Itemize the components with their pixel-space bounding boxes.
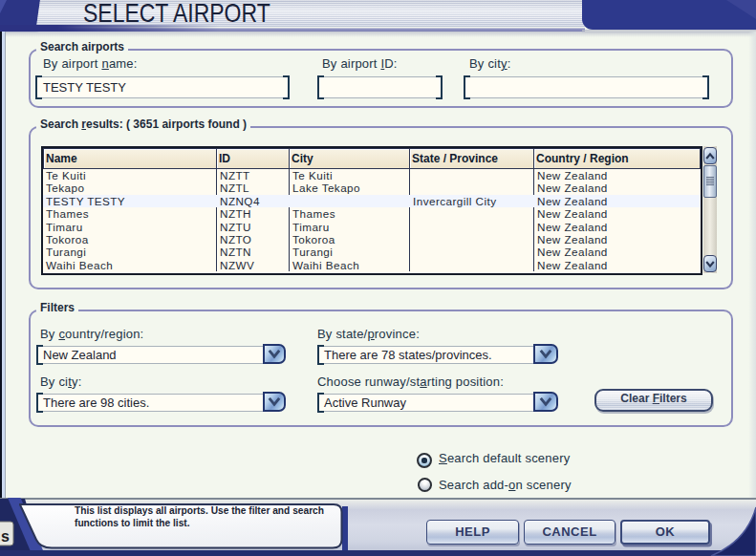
svg-text:s: s bbox=[1, 528, 10, 545]
